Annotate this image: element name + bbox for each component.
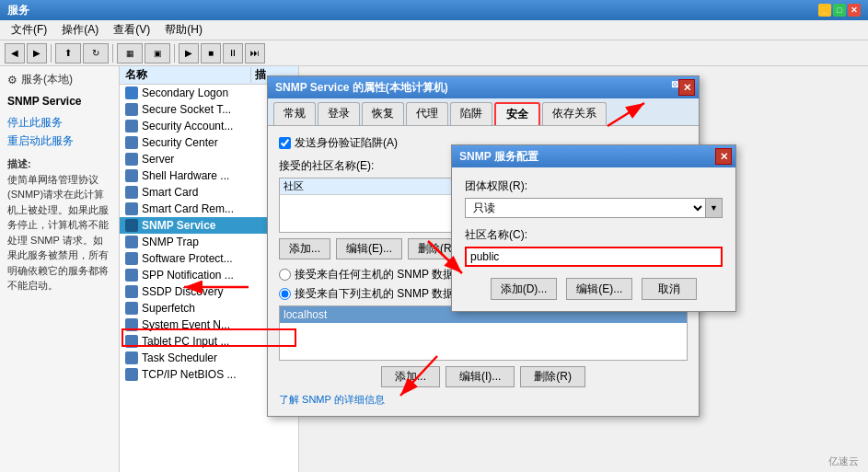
tab-trap[interactable]: 陷阱	[450, 102, 492, 125]
snmp-edit-btn[interactable]: 编辑(E)...	[566, 278, 632, 300]
accept-any-radio[interactable]	[279, 269, 291, 281]
menu-view[interactable]: 查看(V)	[106, 20, 157, 40]
dialog-system-icon: ⊠	[671, 79, 678, 89]
btn-refresh[interactable]: ↻	[83, 43, 109, 63]
btn-forward[interactable]: ▶	[27, 43, 47, 63]
dialog-close-btn[interactable]: ✕	[678, 79, 695, 96]
svg-line-3	[428, 241, 462, 273]
host-list: localhost	[279, 305, 688, 361]
title-bar-text: 服务	[7, 3, 818, 18]
host-btn-row: 添加... 编辑(I)... 删除(R)	[279, 366, 688, 387]
btn-console[interactable]: ▣	[145, 43, 170, 63]
accept-list-label: 接受来自下列主机的 SNMP 数据包(I)	[295, 286, 475, 302]
service-description: 描述: 使简单网络管理协议(SNMP)请求在此计算机上被处理。如果此服务停止，计…	[7, 156, 111, 294]
arrow-to-security-tab	[598, 94, 654, 131]
title-bar: 服务 _ □ ✕	[0, 0, 868, 20]
tab-general[interactable]: 常规	[273, 102, 316, 125]
toolbar: ◀ ▶ ⬆ ↻ ▦ ▣ ▶ ■ ⏸ ⏭	[0, 40, 868, 66]
watermark: 亿速云	[828, 455, 859, 468]
btn-pause[interactable]: ⏸	[223, 43, 243, 63]
nav-panel: ⚙ 服务(本地) SNMP Service 停止此服务 重启动此服务 描述: 使…	[0, 66, 120, 472]
window-controls[interactable]: _ □ ✕	[818, 4, 861, 17]
svg-line-1	[608, 103, 644, 126]
snmp-config-content: 团体权限(R): 无 通知 只读 读写 读创建 ▼ 社区名称(C): 添加(D)…	[452, 167, 735, 311]
nav-header: ⚙ 服务(本地)	[7, 72, 111, 87]
community-rights-select[interactable]: 无 通知 只读 读写 读创建	[465, 198, 706, 218]
send-auth-checkbox[interactable]	[279, 137, 291, 149]
stop-service-link[interactable]: 停止此服务	[7, 115, 111, 131]
snmp-config-title: SNMP 服务配置	[459, 149, 728, 165]
dropdown-arrow-icon: ▼	[706, 198, 723, 218]
arrow-to-community-input	[423, 236, 469, 282]
community-name-label: 社区名称(C):	[465, 227, 723, 243]
tab-recovery[interactable]: 恢复	[362, 102, 404, 125]
snmp-config-btn-row: 添加(D)... 编辑(E)... 取消	[465, 278, 723, 300]
snmp-add-btn[interactable]: 添加(D)...	[491, 278, 558, 300]
menu-bar: 文件(F) 操作(A) 查看(V) 帮助(H)	[0, 20, 868, 40]
btn-restart[interactable]: ⏭	[245, 43, 265, 63]
btn-show-hide[interactable]: ▦	[117, 43, 143, 63]
send-auth-label: 发送身份验证陷阱(A)	[295, 135, 398, 151]
dialog-title: SNMP Service 的属性(本地计算机)	[275, 80, 691, 96]
snmp-config-dialog: SNMP 服务配置 ✕ 团体权限(R): 无 通知 只读 读写 读创建 ▼ 社区…	[451, 144, 736, 312]
snmp-cancel-btn[interactable]: 取消	[642, 278, 697, 300]
restart-service-link[interactable]: 重启动此服务	[7, 133, 111, 149]
menu-help[interactable]: 帮助(H)	[157, 20, 210, 40]
snmp-service-title: SNMP Service	[7, 95, 111, 108]
btn-up[interactable]: ⬆	[55, 43, 81, 63]
tab-proxy[interactable]: 代理	[406, 102, 448, 125]
btn-stop[interactable]: ■	[201, 43, 221, 63]
accept-list-radio[interactable]	[279, 288, 291, 300]
edit-community-btn[interactable]: 编辑(E)...	[336, 238, 402, 259]
arrow-to-add-btn	[387, 351, 442, 407]
tab-dependencies[interactable]: 依存关系	[542, 102, 607, 125]
btn-back[interactable]: ◀	[5, 43, 25, 63]
menu-action[interactable]: 操作(A)	[54, 20, 106, 40]
community-name-input[interactable]	[465, 247, 723, 267]
arrow-to-snmp-service	[175, 269, 258, 305]
community-rights-label: 团体权限(R):	[465, 178, 723, 194]
tab-login[interactable]: 登录	[318, 102, 360, 125]
btn-play[interactable]: ▶	[179, 43, 199, 63]
svg-line-7	[400, 356, 437, 396]
remove-host-btn[interactable]: 删除(R)	[520, 366, 585, 387]
add-community-btn[interactable]: 添加...	[279, 238, 330, 259]
snmp-config-close-btn[interactable]: ✕	[715, 148, 732, 165]
snmp-config-title-bar: SNMP 服务配置 ✕	[452, 145, 735, 167]
tab-security[interactable]: 安全	[494, 102, 540, 125]
menu-file[interactable]: 文件(F)	[4, 20, 54, 40]
edit-host-btn[interactable]: 编辑(I)...	[446, 366, 515, 387]
